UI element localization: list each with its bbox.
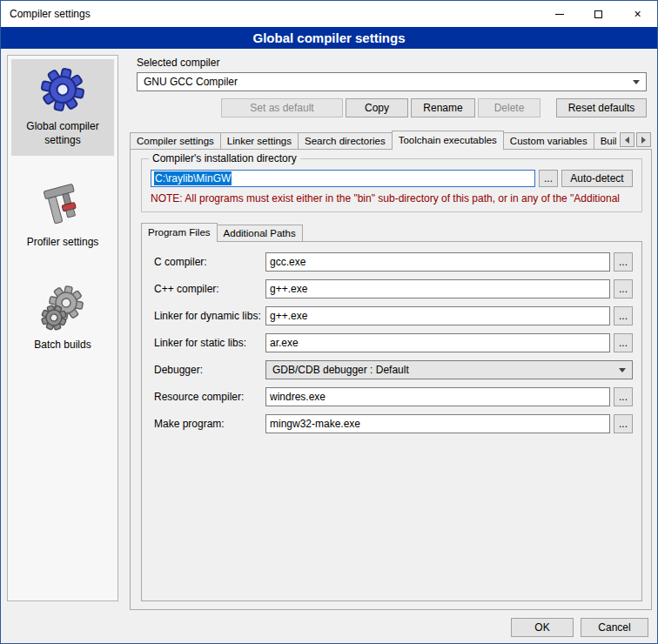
batch-builds-gears-icon bbox=[39, 285, 86, 332]
make-program-browse-button[interactable]: ... bbox=[614, 414, 633, 433]
close-button[interactable]: × bbox=[618, 1, 657, 27]
close-icon: × bbox=[634, 7, 641, 21]
sidebar-item-label: Batch builds bbox=[34, 339, 91, 352]
installation-directory-row: C:\raylib\MinGW ... Auto-detect bbox=[151, 170, 633, 187]
delete-button: Delete bbox=[478, 98, 540, 117]
field-label: C++ compiler: bbox=[154, 283, 265, 295]
tab-compiler-settings[interactable]: Compiler settings bbox=[130, 132, 221, 150]
sidebar-item-label: Global compiler settings bbox=[13, 120, 112, 147]
maximize-icon bbox=[594, 10, 602, 18]
field-row-dynamic-linker: Linker for dynamic libs: ... bbox=[154, 306, 633, 325]
cpp-compiler-input[interactable] bbox=[265, 279, 610, 299]
debugger-combobox[interactable]: GDB/CDB debugger : Default bbox=[265, 360, 633, 379]
titlebar: Compiler settings × bbox=[1, 1, 657, 27]
c-compiler-browse-button[interactable]: ... bbox=[614, 252, 633, 272]
chevron-down-icon bbox=[619, 368, 626, 372]
cpp-compiler-browse-button[interactable]: ... bbox=[614, 279, 633, 299]
profiler-tool-icon bbox=[39, 182, 86, 229]
installation-directory-group: Compiler's installation directory C:\ray… bbox=[141, 158, 642, 212]
program-files-panel: C compiler: ... C++ compiler: ... Linker… bbox=[141, 241, 642, 601]
field-label: Linker for static libs: bbox=[154, 337, 265, 349]
browse-directory-button[interactable]: ... bbox=[539, 170, 558, 187]
sidebar-item-profiler-settings[interactable]: Profiler settings bbox=[11, 175, 114, 258]
triangle-right-icon bbox=[641, 137, 646, 144]
minimize-button[interactable] bbox=[540, 1, 579, 27]
reset-defaults-button[interactable]: Reset defaults bbox=[556, 98, 647, 117]
field-row-resource-compiler: Resource compiler: ... bbox=[154, 387, 633, 406]
field-row-static-linker: Linker for static libs: ... bbox=[154, 333, 633, 352]
field-label: Make program: bbox=[154, 418, 265, 430]
tab-strip: Compiler settings Linker settings Search… bbox=[130, 131, 652, 150]
tab-linker-settings[interactable]: Linker settings bbox=[220, 132, 299, 150]
field-row-cpp-compiler: C++ compiler: ... bbox=[154, 279, 633, 299]
sidebar-item-global-compiler-settings[interactable]: Global compiler settings bbox=[11, 59, 114, 156]
dynamic-libs-linker-input[interactable] bbox=[265, 306, 610, 325]
field-row-debugger: Debugger: GDB/CDB debugger : Default bbox=[154, 360, 633, 379]
minimize-icon bbox=[555, 14, 564, 15]
make-program-input[interactable] bbox=[265, 414, 610, 433]
sidebar-item-batch-builds[interactable]: Batch builds bbox=[11, 278, 114, 361]
cancel-button[interactable]: Cancel bbox=[581, 618, 648, 637]
chevron-down-icon bbox=[633, 80, 640, 84]
field-row-make-program: Make program: ... bbox=[154, 414, 633, 433]
static-libs-linker-input[interactable] bbox=[265, 333, 610, 352]
tab-search-directories[interactable]: Search directories bbox=[298, 132, 393, 150]
set-as-default-button: Set as default bbox=[221, 98, 343, 117]
auto-detect-button[interactable]: Auto-detect bbox=[561, 170, 633, 187]
compiler-combobox-value: GNU GCC Compiler bbox=[144, 76, 238, 88]
installation-directory-value: C:\raylib\MinGW bbox=[154, 171, 232, 185]
triangle-left-icon bbox=[625, 137, 629, 144]
gear-icon bbox=[39, 66, 86, 113]
c-compiler-input[interactable] bbox=[265, 252, 610, 272]
dynamic-libs-linker-browse-button[interactable]: ... bbox=[614, 306, 633, 325]
installation-directory-input[interactable]: C:\raylib\MinGW bbox=[151, 170, 535, 187]
tab-scroll-left-button[interactable] bbox=[620, 132, 634, 147]
inner-tab-strip: Program Files Additional Paths bbox=[141, 223, 302, 242]
window-controls: × bbox=[540, 1, 657, 27]
maximize-button[interactable] bbox=[579, 1, 618, 27]
tab-toolchain-executables[interactable]: Toolchain executables bbox=[392, 131, 504, 150]
field-label: C compiler: bbox=[154, 256, 265, 268]
window-title: Compiler settings bbox=[1, 8, 91, 20]
tab-scroll-right-button[interactable] bbox=[636, 132, 651, 147]
sidebar: Global compiler settings Profiler settin… bbox=[7, 55, 118, 601]
field-label: Resource compiler: bbox=[154, 391, 265, 403]
compiler-action-buttons: Set as default Copy Rename Delete Reset … bbox=[130, 98, 647, 117]
sidebar-item-label: Profiler settings bbox=[27, 236, 99, 250]
field-label: Linker for dynamic libs: bbox=[154, 310, 265, 322]
tab-program-files[interactable]: Program Files bbox=[141, 223, 218, 242]
tab-additional-paths[interactable]: Additional Paths bbox=[217, 225, 303, 242]
toolchain-executables-panel: Compiler's installation directory C:\ray… bbox=[130, 149, 652, 610]
note-text: NOTE: All programs must exist either in … bbox=[151, 192, 640, 205]
tab-custom-variables[interactable]: Custom variables bbox=[503, 132, 594, 150]
dialog-header-title: Global compiler settings bbox=[1, 27, 657, 49]
selected-compiler-label: Selected compiler bbox=[137, 57, 219, 69]
ok-button[interactable]: OK bbox=[511, 618, 574, 637]
resource-compiler-browse-button[interactable]: ... bbox=[614, 387, 633, 406]
compiler-combobox[interactable]: GNU GCC Compiler bbox=[137, 72, 647, 91]
field-row-c-compiler: C compiler: ... bbox=[154, 252, 633, 272]
tab-scroll-buttons bbox=[616, 131, 652, 149]
compiler-settings-window: Compiler settings × Global compiler sett… bbox=[0, 0, 658, 644]
rename-button[interactable]: Rename bbox=[411, 98, 475, 117]
resource-compiler-input[interactable] bbox=[265, 387, 610, 406]
field-label: Debugger: bbox=[154, 364, 265, 376]
static-libs-linker-browse-button[interactable]: ... bbox=[614, 333, 633, 352]
copy-button[interactable]: Copy bbox=[346, 98, 408, 117]
installation-directory-label: Compiler's installation directory bbox=[149, 152, 300, 164]
debugger-combobox-value: GDB/CDB debugger : Default bbox=[272, 364, 409, 376]
